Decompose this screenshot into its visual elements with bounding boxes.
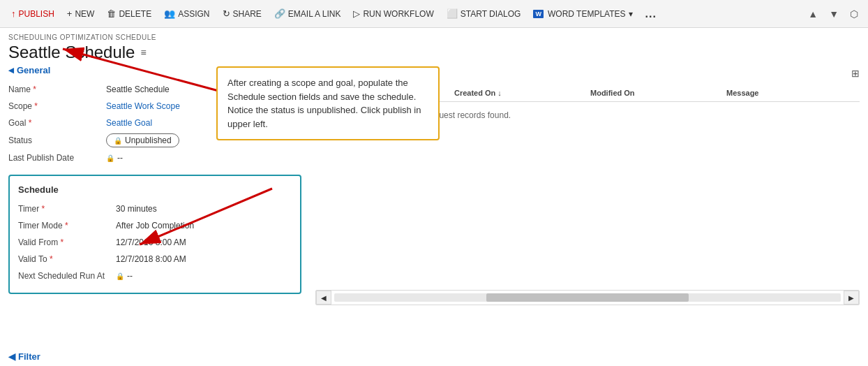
publish-icon: ↑ <box>11 8 16 19</box>
share-button[interactable]: ↻ SHARE <box>217 6 267 22</box>
scroll-right-arrow[interactable]: ▶ <box>844 291 859 305</box>
field-row-valid-to: Valid To * 12/7/2018 8:00 AM <box>18 251 292 268</box>
more-button[interactable]: ... <box>640 5 662 23</box>
field-value-valid-from: 12/7/2016 8:00 AM <box>116 237 186 247</box>
filter-section[interactable]: ◀ Filter <box>0 347 868 366</box>
page-title: Seattle Schedule <box>8 43 135 62</box>
field-label-valid-to: Valid To * <box>18 254 116 264</box>
field-value-name: Seattle Schedule <box>106 85 170 94</box>
field-value-last-publish: 🔒 -- <box>106 153 123 163</box>
filter-label: Filter <box>18 351 40 362</box>
field-row-last-publish: Last Publish Date 🔒 -- <box>8 149 301 166</box>
assign-button[interactable]: 👥 ASSIGN <box>158 6 215 22</box>
nav-up-button[interactable]: ▲ <box>804 7 822 21</box>
lock-icon: 🔒 <box>114 137 122 145</box>
col-created-on[interactable]: Created On ↓ <box>451 87 588 98</box>
field-label-next-run: Next Scheduled Run At <box>18 271 116 281</box>
dialog-icon: ⬜ <box>447 8 458 19</box>
field-label-timer: Timer * <box>18 204 116 214</box>
col-message: Message <box>724 87 860 98</box>
email-link-button[interactable]: 🔗 EMAIL A LINK <box>269 6 347 22</box>
field-value-timer: 30 minutes <box>116 204 157 214</box>
field-value-valid-to: 12/7/2018 8:00 AM <box>116 254 186 264</box>
field-value-next-run: 🔒 -- <box>116 271 133 281</box>
field-value-scope[interactable]: Seattle Work Scope <box>106 101 180 111</box>
delete-button[interactable]: 🗑 DELETE <box>101 6 157 22</box>
assign-icon: 👥 <box>164 8 175 19</box>
start-dialog-button[interactable]: ⬜ START DIALOG <box>441 6 527 22</box>
scroll-thumb <box>486 293 689 302</box>
field-row-next-run: Next Scheduled Run At 🔒 -- <box>18 268 292 284</box>
delete-icon: 🗑 <box>107 8 116 19</box>
sort-desc-icon: ↓ <box>497 89 502 97</box>
workflow-icon: ▷ <box>353 8 360 19</box>
field-row-valid-from: Valid From * 12/7/2016 8:00 AM <box>18 234 292 251</box>
page-subtitle: SCHEDULING OPTIMIZATION SCHEDULE <box>8 34 860 41</box>
page-menu-icon[interactable]: ≡ <box>140 47 146 58</box>
scroll-track[interactable] <box>334 293 841 302</box>
new-icon: + <box>67 8 73 19</box>
nav-down-button[interactable]: ▼ <box>825 7 843 21</box>
schedule-title: Schedule <box>18 184 292 195</box>
word-icon: W <box>533 10 544 18</box>
chevron-filter-icon: ◀ <box>8 351 15 362</box>
word-templates-button[interactable]: W WORD TEMPLATES ▾ <box>527 6 638 22</box>
field-value-timer-mode: After Job Completion <box>116 221 194 230</box>
status-value: Unpublished <box>125 136 172 145</box>
new-button[interactable]: + NEW <box>61 6 100 22</box>
field-row-timer: Timer * 30 minutes <box>18 200 292 217</box>
field-row-timer-mode: Timer Mode * After Job Completion <box>18 217 292 234</box>
tooltip-annotation: After creating a scope and goal, populat… <box>216 66 440 140</box>
toolbar: ↑ PUBLISH + NEW 🗑 DELETE 👥 ASSIGN ↻ SHAR… <box>0 0 868 28</box>
horizontal-scrollbar[interactable]: ◀ ▶ <box>315 290 860 305</box>
status-badge[interactable]: 🔒 Unpublished <box>106 133 179 147</box>
chevron-left-icon: ◀ <box>8 66 14 74</box>
field-label-status: Status <box>8 136 106 145</box>
table-expand-icon[interactable]: ⊞ <box>851 68 860 79</box>
field-label-name: Name * <box>8 85 106 94</box>
field-label-goal: Goal * <box>8 118 106 128</box>
publish-button[interactable]: ↑ PUBLISH <box>6 6 60 22</box>
field-label-last-publish: Last Publish Date <box>8 153 106 163</box>
link-icon: 🔗 <box>274 8 285 19</box>
field-value-goal[interactable]: Seattle Goal <box>106 118 152 128</box>
nav-expand-button[interactable]: ⬡ <box>846 7 862 21</box>
scroll-left-arrow[interactable]: ◀ <box>316 291 331 305</box>
col-modified-on[interactable]: Modified On <box>588 87 724 98</box>
share-icon: ↻ <box>223 8 230 19</box>
field-label-valid-from: Valid From * <box>18 237 116 247</box>
field-label-scope: Scope * <box>8 101 106 111</box>
lock-icon-2: 🔒 <box>106 154 114 162</box>
lock-icon-3: 🔒 <box>116 272 124 280</box>
field-label-timer-mode: Timer Mode * <box>18 221 116 230</box>
run-workflow-button[interactable]: ▷ RUN WORKFLOW <box>347 6 439 22</box>
chevron-down-icon: ▾ <box>629 9 633 19</box>
schedule-section: Schedule Timer * 30 minutes Timer Mode *… <box>8 175 301 294</box>
